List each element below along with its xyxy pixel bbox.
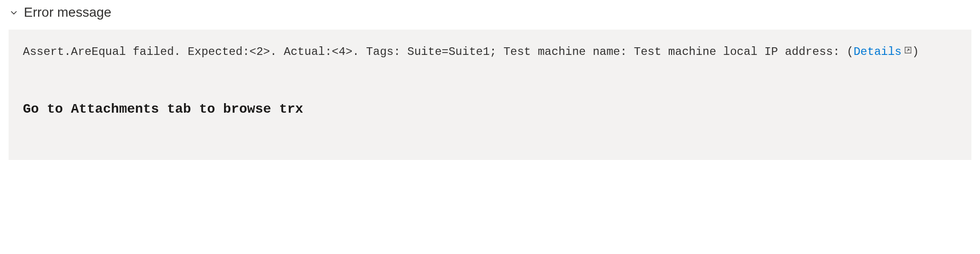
error-line-1: Assert.AreEqual failed. Expected:<2>. Ac… — [23, 45, 627, 58]
error-line-2: Test machine local IP address: — [634, 45, 840, 58]
attachments-note: Go to Attachments tab to browse trx — [23, 97, 957, 122]
error-message-text: Assert.AreEqual failed. Expected:<2>. Ac… — [23, 41, 957, 63]
section-title: Error message — [24, 5, 112, 20]
external-link-icon — [904, 41, 912, 62]
chevron-down-icon — [9, 7, 19, 18]
details-link-label: Details — [854, 45, 902, 58]
details-link[interactable]: Details — [854, 45, 912, 58]
error-message-panel: Assert.AreEqual failed. Expected:<2>. Ac… — [9, 30, 971, 160]
error-section-header[interactable]: Error message — [9, 5, 971, 20]
details-paren-open: ( — [847, 45, 853, 58]
details-paren-close: ) — [912, 45, 919, 58]
